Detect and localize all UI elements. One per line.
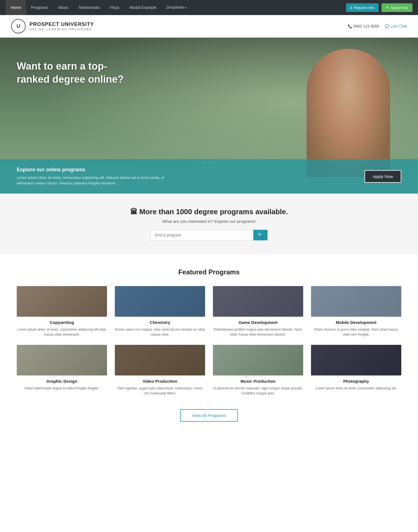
program-card-graphic-design: Graphic Design Etiam ullamcorper augue e… (17, 345, 107, 396)
apply-now-hero-button[interactable]: Apply Now (364, 170, 401, 183)
main-nav: Home Programs About Testimonials FAQs Mo… (0, 0, 418, 15)
program-title-copywriting: Copywriting (17, 320, 107, 325)
program-desc-graphic-design: Etiam ullamcorper augue eu tellus fringi… (17, 386, 107, 391)
hero-overlay-title: Explore our online programs (17, 167, 173, 173)
search-section: 🏛 More than 1000 degree programs availab… (0, 194, 418, 254)
nav-links: Home Programs About Testimonials FAQs Mo… (6, 0, 191, 15)
search-subtitle: What are you interested in? Explore our … (11, 219, 407, 224)
program-desc-copywriting: Lorem ipsum dolor sit amet, consectetur … (17, 327, 107, 337)
nav-item-about[interactable]: About (53, 0, 73, 15)
program-card-chemistry: Chemistry Donec varius orci magna, vitae… (115, 286, 205, 337)
search-icon: 🔍 (258, 233, 263, 237)
program-image-mobile-development (311, 286, 401, 317)
search-title: 🏛 More than 1000 degree programs availab… (11, 208, 407, 216)
hero-overlay: Explore our online programs Lorem ipsum … (0, 159, 418, 194)
program-title-photography: Photography (311, 379, 401, 384)
program-card-video-production: Video Production Nam egestas, augue quis… (115, 345, 205, 396)
program-image-photography (311, 345, 401, 375)
program-card-copywriting: Copywriting Lorem ipsum dolor sit amet, … (17, 286, 107, 337)
program-image-copywriting (17, 286, 107, 317)
view-all-section: View All Programs (17, 404, 401, 438)
program-desc-music-production: In placerat ex sed leo vulputate, eget c… (213, 386, 303, 396)
program-title-video-production: Video Production (115, 379, 205, 384)
program-desc-mobile-development: Etiam rhoncus ut purus vitae volutpat. N… (311, 327, 401, 337)
live-chat-label: Live Chat (390, 24, 407, 28)
programs-title: Featured Programs (17, 268, 401, 276)
program-image-video-production (115, 345, 205, 375)
program-card-music-production: Music Production In placerat ex sed leo … (213, 345, 303, 396)
header-contact: 0800 123 4566 Live Chat (348, 24, 407, 28)
nav-item-dropdown[interactable]: Dropdown (161, 0, 191, 15)
nav-item-testimonials[interactable]: Testimonials (73, 0, 105, 15)
logo-icon: U (11, 19, 26, 33)
program-title-game-development: Game Development (213, 320, 303, 325)
nav-item-modal-example[interactable]: Modal Example (125, 0, 162, 15)
nav-item-programs[interactable]: Programs (26, 0, 53, 15)
hero-overlay-description: Lorem ipsum dolor sit amet, consectetur … (17, 175, 173, 186)
program-title-chemistry: Chemistry (115, 320, 205, 325)
live-chat-link[interactable]: Live Chat (385, 24, 407, 28)
search-box: 🔍 (150, 230, 268, 240)
program-desc-photography: Lorem ipsum dolor sit amet, consectetur … (311, 386, 401, 391)
apply-now-nav-button[interactable]: Apply Now (381, 3, 412, 12)
search-button[interactable]: 🔍 (253, 230, 268, 240)
hero-overlay-text: Explore our online programs Lorem ipsum … (17, 167, 173, 186)
hero-section: Want to earn a top-ranked degree online?… (0, 38, 418, 194)
nav-right-buttons: Request Info Apply Now (346, 3, 412, 12)
program-title-graphic-design: Graphic Design (17, 379, 107, 384)
info-icon (351, 6, 352, 10)
programs-grid-row1: Copywriting Lorem ipsum dolor sit amet, … (17, 286, 401, 337)
logo-area: U PROSPECT UNIVERSITY ONLINE LEARNING PR… (11, 19, 94, 33)
plane-icon (386, 6, 389, 10)
program-desc-game-development: Pellentesque porttitor magna quis elemen… (213, 327, 303, 337)
view-all-programs-button[interactable]: View All Programs (180, 409, 237, 422)
header-phone: 0800 123 4566 (348, 24, 379, 28)
chat-icon (385, 24, 389, 28)
program-title-mobile-development: Mobile Development (311, 320, 401, 325)
program-card-photography: Photography Lorem ipsum dolor sit amet, … (311, 345, 401, 396)
apply-now-nav-label: Apply Now (391, 6, 408, 10)
program-card-mobile-development: Mobile Development Etiam rhoncus ut puru… (311, 286, 401, 337)
program-image-graphic-design (17, 345, 107, 375)
program-image-chemistry (115, 286, 205, 317)
logo-text: PROSPECT UNIVERSITY ONLINE LEARNING PROG… (30, 21, 94, 31)
program-desc-chemistry: Donec varius orci magna, vitae vehicula … (115, 327, 205, 337)
request-info-button[interactable]: Request Info (346, 3, 379, 12)
university-tagline: ONLINE LEARNING PROGRAMS (30, 28, 94, 31)
hero-headline: Want to earn a top-ranked degree online? (17, 60, 128, 86)
nav-item-home[interactable]: Home (6, 0, 26, 15)
header-bar: U PROSPECT UNIVERSITY ONLINE LEARNING PR… (0, 15, 418, 38)
program-desc-video-production: Nam egestas, augue quis ullamcorper scel… (115, 386, 205, 396)
search-input[interactable] (150, 230, 253, 240)
phone-number: 0800 123 4566 (353, 24, 379, 28)
programs-grid-row2: Graphic Design Etiam ullamcorper augue e… (17, 345, 401, 396)
programs-section: Featured Programs Copywriting Lorem ipsu… (0, 254, 418, 452)
program-image-game-development (213, 286, 303, 317)
hero-person-image (307, 49, 390, 177)
program-card-game-development: Game Development Pellentesque porttitor … (213, 286, 303, 337)
nav-item-faqs[interactable]: FAQs (105, 0, 125, 15)
program-image-music-production (213, 345, 303, 375)
request-info-label: Request Info (354, 6, 374, 10)
university-name: PROSPECT UNIVERSITY (30, 21, 94, 28)
program-title-music-production: Music Production (213, 379, 303, 384)
phone-icon (348, 24, 352, 28)
